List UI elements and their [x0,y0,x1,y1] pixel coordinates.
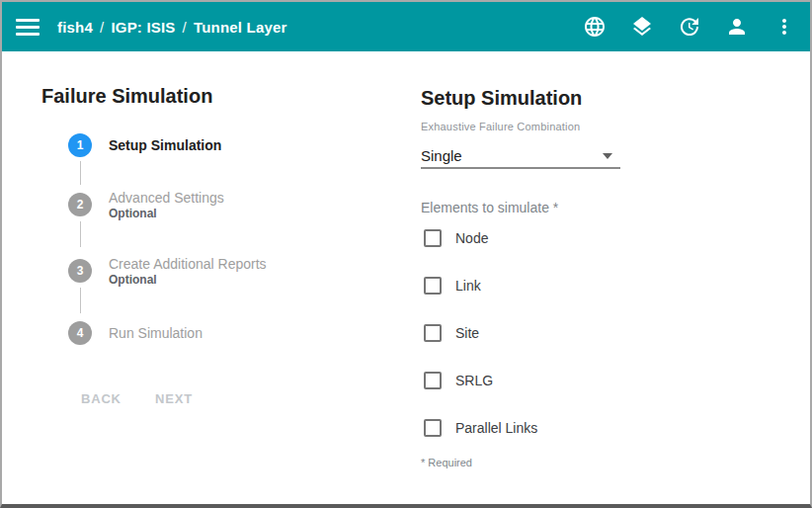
step-connector [80,288,81,313]
step-number-badge: 3 [68,259,92,283]
checkbox-link[interactable] [424,277,442,295]
layers-icon[interactable] [630,15,654,39]
step-number-badge: 4 [68,321,92,345]
checkbox-label: Node [455,230,488,246]
step-label: Create Additional Reports [109,256,267,272]
checkbox-label: Site [455,325,479,341]
globe-icon[interactable] [583,15,607,39]
failure-combination-label: Exhaustive Failure Combination [421,121,580,132]
breadcrumb-item-network[interactable]: fish4 [57,19,93,36]
checkbox-parallel-links[interactable] [424,419,442,437]
breadcrumb-item-protocol[interactable]: IGP: ISIS [111,19,175,36]
checkbox-row-link[interactable]: Link [424,277,481,295]
checkbox-label: Parallel Links [455,420,537,436]
checkbox-row-site[interactable]: Site [424,324,479,342]
breadcrumb: fish4 / IGP: ISIS / Tunnel Layer [57,19,287,36]
more-options-icon[interactable] [772,15,796,39]
back-button[interactable]: BACK [81,391,122,406]
checkbox-label: Link [455,278,481,294]
step-number-badge: 1 [68,133,92,157]
checkbox-site[interactable] [424,324,442,342]
checkbox-label: SRLG [455,373,493,388]
failure-combination-select[interactable]: Single [421,144,620,169]
checkbox-row-srlg[interactable]: SRLG [424,372,493,389]
step-number-badge: 2 [68,193,92,216]
checkbox-node[interactable] [424,229,442,247]
step-label: Advanced Settings [109,190,224,206]
app-bar: fish4 / IGP: ISIS / Tunnel Layer [2,2,810,51]
select-value: Single [421,147,462,164]
page-title: Failure Simulation [41,85,212,108]
checkbox-row-parallel-links[interactable]: Parallel Links [424,419,537,437]
app-window: fish4 / IGP: ISIS / Tunnel Layer Fail [0,0,812,508]
step-connector [80,161,81,185]
dropdown-arrow-icon [603,153,612,159]
step-label: Run Simulation [109,325,203,341]
elements-to-simulate-label: Elements to simulate * [421,200,558,215]
step-optional-label: Optional [109,207,157,220]
required-note: * Required [421,457,472,468]
next-button[interactable]: NEXT [155,391,193,406]
step-label: Setup Simulation [109,137,221,153]
history-icon[interactable] [678,15,701,39]
step-optional-label: Optional [109,273,157,287]
breadcrumb-separator: / [100,19,104,36]
breadcrumb-separator: / [183,19,187,36]
menu-icon[interactable] [16,15,40,39]
panel-title: Setup Simulation [421,87,582,110]
checkbox-srlg[interactable] [424,372,442,389]
account-icon[interactable] [725,15,749,39]
breadcrumb-item-layer[interactable]: Tunnel Layer [194,19,287,36]
step-connector [80,221,81,247]
checkbox-row-node[interactable]: Node [424,229,488,247]
